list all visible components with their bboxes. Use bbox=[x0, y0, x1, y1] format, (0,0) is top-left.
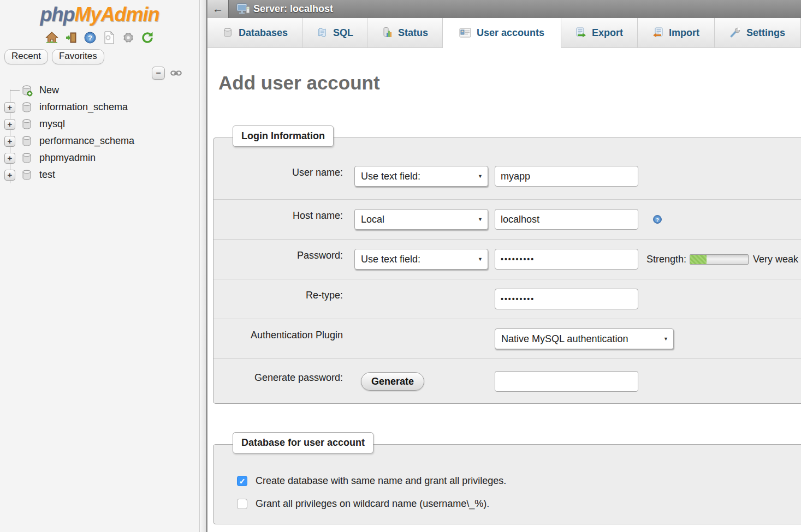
tree-item-label: mysql bbox=[39, 118, 65, 130]
tab-databases[interactable]: Databases bbox=[207, 18, 303, 48]
grant-wildcard-option[interactable]: Grant all privileges on wildcard name (u… bbox=[237, 498, 489, 510]
dropdown-arrow-icon: ▼ bbox=[658, 329, 673, 349]
server-icon bbox=[236, 3, 250, 15]
strength-meter-fill bbox=[690, 255, 707, 264]
select-value: Local bbox=[355, 214, 473, 225]
tree-stub bbox=[10, 90, 20, 91]
auth-plugin-select[interactable]: Native MySQL authentication ▼ bbox=[495, 328, 674, 349]
generate-password-label: Generate password: bbox=[213, 372, 343, 384]
username-input[interactable] bbox=[495, 166, 638, 187]
tab-label: Settings bbox=[746, 27, 785, 39]
server-breadcrumb-bar: ← Server: localhost bbox=[207, 0, 801, 18]
home-icon[interactable] bbox=[45, 31, 59, 45]
hostname-type-select[interactable]: Local ▼ bbox=[354, 209, 488, 230]
hostname-row: Host name: Local ▼ ? bbox=[213, 200, 801, 240]
help-icon[interactable]: ? bbox=[83, 31, 97, 45]
tree-item-label: test bbox=[39, 169, 55, 181]
checkbox-unchecked-icon[interactable] bbox=[237, 499, 247, 509]
tab-settings[interactable]: Settings bbox=[715, 18, 801, 48]
tree-controls: − bbox=[152, 67, 182, 80]
retype-password-input[interactable] bbox=[495, 289, 638, 309]
navigation-sidebar: phpMyAdmin ? Recent Favorites − bbox=[0, 0, 199, 532]
phpmyadmin-logo[interactable]: phpMyAdmin bbox=[0, 3, 199, 26]
auth-plugin-label: Authentication Plugin bbox=[213, 330, 343, 341]
username-type-select[interactable]: Use text field: ▼ bbox=[354, 166, 488, 187]
tab-export[interactable]: Export bbox=[561, 18, 638, 48]
link-databases-icon[interactable] bbox=[170, 69, 182, 77]
tree-item-new[interactable]: New bbox=[0, 82, 199, 99]
docs-icon[interactable] bbox=[102, 31, 116, 45]
password-input[interactable] bbox=[495, 249, 638, 270]
svg-text:?: ? bbox=[656, 217, 659, 223]
password-type-select[interactable]: Use text field: ▼ bbox=[354, 249, 488, 270]
tab-label: Databases bbox=[239, 27, 288, 39]
main-panel: ← Server: localhost Databases SQL Status… bbox=[207, 0, 801, 532]
tree-item-database[interactable]: + test bbox=[0, 166, 199, 183]
sidebar-resize-handle[interactable] bbox=[199, 0, 207, 532]
tree-item-database[interactable]: + phpmyadmin bbox=[0, 150, 199, 166]
username-row: User name: Use text field: ▼ bbox=[213, 138, 801, 200]
expand-plus-icon[interactable]: + bbox=[4, 153, 15, 164]
generated-password-input[interactable] bbox=[495, 371, 638, 392]
tree-item-database[interactable]: + performance_schema bbox=[0, 133, 199, 150]
tree-item-database[interactable]: + mysql bbox=[0, 116, 199, 133]
expand-plus-icon[interactable]: + bbox=[4, 119, 15, 130]
tree-item-label: information_schema bbox=[39, 101, 128, 113]
sql-icon bbox=[317, 27, 328, 38]
database-for-user-fieldset: Database for user account ✓ Create datab… bbox=[213, 444, 801, 524]
svg-text:?: ? bbox=[88, 34, 92, 42]
dropdown-arrow-icon: ▼ bbox=[473, 249, 488, 269]
checkbox-checked-icon[interactable]: ✓ bbox=[237, 476, 247, 486]
tab-label: SQL bbox=[333, 27, 353, 39]
strength-text: Very weak bbox=[753, 254, 798, 265]
select-value: Use text field: bbox=[355, 254, 473, 265]
database-icon bbox=[21, 135, 33, 147]
database-icon bbox=[21, 101, 33, 113]
expand-plus-icon[interactable]: + bbox=[4, 102, 15, 113]
quick-access-buttons: Recent Favorites bbox=[4, 49, 104, 64]
expand-plus-icon[interactable]: + bbox=[4, 170, 15, 181]
tree-item-database[interactable]: + information_schema bbox=[0, 99, 199, 116]
back-button[interactable]: ← bbox=[207, 0, 229, 18]
logo-php-text: php bbox=[40, 3, 75, 26]
tab-label: Status bbox=[398, 27, 428, 39]
select-value: Native MySQL authentication bbox=[495, 333, 658, 345]
database-icon bbox=[21, 152, 33, 164]
password-label: Password: bbox=[213, 250, 343, 261]
new-database-icon bbox=[21, 85, 33, 97]
select-value: Use text field: bbox=[355, 171, 473, 182]
export-icon bbox=[575, 27, 586, 38]
refresh-icon[interactable] bbox=[140, 31, 155, 45]
collapse-all-icon[interactable]: − bbox=[152, 67, 165, 80]
logout-icon[interactable] bbox=[64, 31, 78, 45]
database-for-user-legend: Database for user account bbox=[233, 432, 373, 453]
tab-status[interactable]: Status bbox=[367, 18, 443, 48]
login-information-fieldset: Login Information User name: Use text fi… bbox=[213, 138, 801, 404]
tab-sql[interactable]: SQL bbox=[303, 18, 367, 48]
tab-label: Import bbox=[669, 27, 699, 39]
hostname-label: Host name: bbox=[213, 210, 343, 222]
expand-plus-icon[interactable]: + bbox=[4, 136, 15, 147]
dropdown-arrow-icon: ▼ bbox=[473, 166, 488, 186]
tab-label: User accounts bbox=[477, 27, 544, 39]
generate-password-row: Generate password: Generate bbox=[213, 359, 801, 404]
tab-import[interactable]: Import bbox=[638, 18, 715, 48]
create-database-option[interactable]: ✓ Create database with same name and gra… bbox=[237, 475, 506, 487]
generate-button[interactable]: Generate bbox=[361, 372, 424, 391]
checkbox-label: Grant all privileges on wildcard name (u… bbox=[256, 498, 489, 510]
logo-myadmin-text: MyAdmin bbox=[74, 3, 159, 26]
password-strength: Strength: Very weak bbox=[646, 254, 798, 265]
retype-row: Re-type: bbox=[213, 279, 801, 319]
login-information-legend: Login Information bbox=[233, 125, 334, 147]
favorites-button[interactable]: Favorites bbox=[52, 49, 104, 64]
hostname-help-icon[interactable]: ? bbox=[652, 214, 662, 224]
recent-button[interactable]: Recent bbox=[4, 49, 48, 64]
user-accounts-icon bbox=[459, 28, 471, 38]
settings-icon[interactable] bbox=[121, 31, 135, 45]
tab-user-accounts[interactable]: User accounts bbox=[443, 18, 561, 48]
database-tree: New + information_schema + mysql + perfo… bbox=[0, 82, 199, 183]
sidebar-nav-icons: ? bbox=[0, 31, 199, 45]
tree-item-label: performance_schema bbox=[39, 135, 134, 147]
hostname-input[interactable] bbox=[495, 209, 638, 230]
status-icon bbox=[382, 27, 393, 38]
